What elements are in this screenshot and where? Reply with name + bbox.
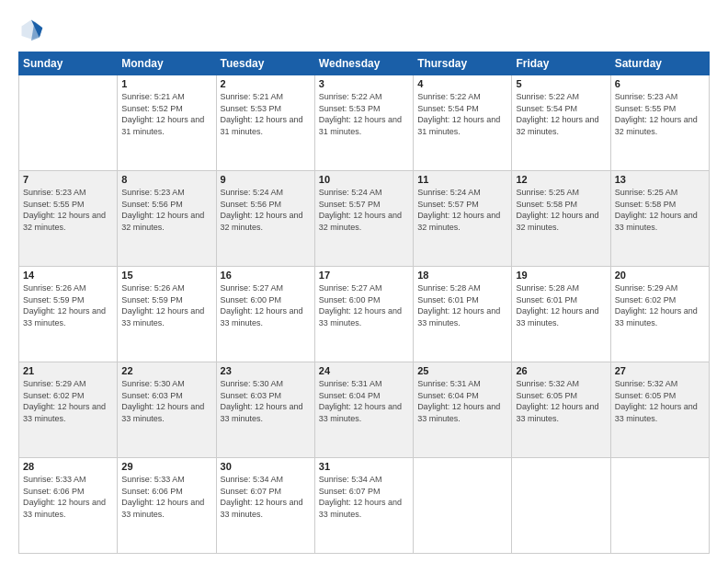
calendar-cell: 10Sunrise: 5:24 AMSunset: 5:57 PMDayligh… bbox=[314, 171, 413, 267]
day-info: Sunrise: 5:31 AMSunset: 6:04 PMDaylight:… bbox=[319, 378, 409, 424]
day-number: 22 bbox=[121, 365, 211, 376]
day-info: Sunrise: 5:23 AMSunset: 5:56 PMDaylight:… bbox=[121, 187, 211, 233]
day-number: 27 bbox=[615, 365, 705, 376]
day-info: Sunrise: 5:24 AMSunset: 5:56 PMDaylight:… bbox=[221, 187, 311, 233]
day-number: 17 bbox=[319, 270, 409, 281]
calendar-cell: 23Sunrise: 5:30 AMSunset: 6:03 PMDayligh… bbox=[216, 362, 314, 458]
day-info: Sunrise: 5:26 AMSunset: 5:59 PMDaylight:… bbox=[23, 282, 113, 328]
day-number: 26 bbox=[516, 365, 606, 376]
calendar-cell: 22Sunrise: 5:30 AMSunset: 6:03 PMDayligh… bbox=[118, 362, 216, 458]
day-number: 30 bbox=[221, 461, 311, 472]
calendar-cell: 8Sunrise: 5:23 AMSunset: 5:56 PMDaylight… bbox=[118, 171, 216, 267]
day-number: 15 bbox=[121, 270, 211, 281]
day-info: Sunrise: 5:31 AMSunset: 6:04 PMDaylight:… bbox=[417, 378, 507, 424]
calendar-cell: 2Sunrise: 5:21 AMSunset: 5:53 PMDaylight… bbox=[216, 75, 314, 171]
calendar-header-friday: Friday bbox=[512, 52, 610, 75]
calendar-header-monday: Monday bbox=[118, 52, 216, 75]
calendar-cell: 30Sunrise: 5:34 AMSunset: 6:07 PMDayligh… bbox=[216, 458, 314, 554]
day-number: 19 bbox=[516, 270, 606, 281]
calendar-cell: 31Sunrise: 5:34 AMSunset: 6:07 PMDayligh… bbox=[314, 458, 413, 554]
day-info: Sunrise: 5:25 AMSunset: 5:58 PMDaylight:… bbox=[516, 187, 606, 233]
day-number: 18 bbox=[417, 270, 507, 281]
calendar-cell: 25Sunrise: 5:31 AMSunset: 6:04 PMDayligh… bbox=[414, 362, 512, 458]
calendar-week-2: 14Sunrise: 5:26 AMSunset: 5:59 PMDayligh… bbox=[19, 267, 710, 362]
day-info: Sunrise: 5:29 AMSunset: 6:02 PMDaylight:… bbox=[615, 282, 705, 328]
calendar-cell bbox=[414, 458, 512, 554]
day-number: 13 bbox=[615, 174, 705, 185]
day-info: Sunrise: 5:32 AMSunset: 6:05 PMDaylight:… bbox=[615, 378, 705, 424]
day-info: Sunrise: 5:34 AMSunset: 6:07 PMDaylight:… bbox=[319, 474, 409, 520]
day-info: Sunrise: 5:22 AMSunset: 5:54 PMDaylight:… bbox=[516, 91, 606, 137]
calendar-cell: 16Sunrise: 5:27 AMSunset: 6:00 PMDayligh… bbox=[216, 267, 314, 362]
logo bbox=[18, 17, 48, 42]
day-number: 29 bbox=[121, 461, 211, 472]
day-number: 28 bbox=[23, 461, 113, 472]
calendar-cell: 17Sunrise: 5:27 AMSunset: 6:00 PMDayligh… bbox=[314, 267, 413, 362]
calendar-week-4: 28Sunrise: 5:33 AMSunset: 6:06 PMDayligh… bbox=[19, 458, 710, 554]
day-info: Sunrise: 5:27 AMSunset: 6:00 PMDaylight:… bbox=[221, 282, 311, 328]
day-number: 1 bbox=[121, 78, 211, 89]
calendar-week-0: 1Sunrise: 5:21 AMSunset: 5:52 PMDaylight… bbox=[19, 75, 710, 171]
day-number: 3 bbox=[319, 78, 409, 89]
day-info: Sunrise: 5:23 AMSunset: 5:55 PMDaylight:… bbox=[23, 187, 113, 233]
calendar-cell: 12Sunrise: 5:25 AMSunset: 5:58 PMDayligh… bbox=[512, 171, 610, 267]
calendar-cell bbox=[512, 458, 610, 554]
calendar-cell: 27Sunrise: 5:32 AMSunset: 6:05 PMDayligh… bbox=[610, 362, 709, 458]
day-info: Sunrise: 5:28 AMSunset: 6:01 PMDaylight:… bbox=[417, 282, 507, 328]
calendar-cell: 15Sunrise: 5:26 AMSunset: 5:59 PMDayligh… bbox=[118, 267, 216, 362]
day-number: 31 bbox=[319, 461, 409, 472]
calendar-cell: 14Sunrise: 5:26 AMSunset: 5:59 PMDayligh… bbox=[19, 267, 118, 362]
calendar-header-saturday: Saturday bbox=[610, 52, 709, 75]
calendar-cell: 19Sunrise: 5:28 AMSunset: 6:01 PMDayligh… bbox=[512, 267, 610, 362]
calendar-cell: 6Sunrise: 5:23 AMSunset: 5:55 PMDaylight… bbox=[610, 75, 709, 171]
day-info: Sunrise: 5:27 AMSunset: 6:00 PMDaylight:… bbox=[319, 282, 409, 328]
day-info: Sunrise: 5:22 AMSunset: 5:53 PMDaylight:… bbox=[319, 91, 409, 137]
day-number: 10 bbox=[319, 174, 409, 185]
calendar-cell bbox=[610, 458, 709, 554]
calendar-cell bbox=[19, 75, 118, 171]
page: SundayMondayTuesdayWednesdayThursdayFrid… bbox=[0, 0, 728, 563]
calendar-cell: 4Sunrise: 5:22 AMSunset: 5:54 PMDaylight… bbox=[414, 75, 512, 171]
day-number: 8 bbox=[121, 174, 211, 185]
day-info: Sunrise: 5:22 AMSunset: 5:54 PMDaylight:… bbox=[417, 91, 507, 137]
day-info: Sunrise: 5:23 AMSunset: 5:55 PMDaylight:… bbox=[615, 91, 705, 137]
day-number: 12 bbox=[516, 174, 606, 185]
day-info: Sunrise: 5:25 AMSunset: 5:58 PMDaylight:… bbox=[615, 187, 705, 233]
calendar-cell: 20Sunrise: 5:29 AMSunset: 6:02 PMDayligh… bbox=[610, 267, 709, 362]
calendar-cell: 13Sunrise: 5:25 AMSunset: 5:58 PMDayligh… bbox=[610, 171, 709, 267]
day-number: 9 bbox=[221, 174, 311, 185]
day-info: Sunrise: 5:21 AMSunset: 5:52 PMDaylight:… bbox=[121, 91, 211, 137]
day-info: Sunrise: 5:34 AMSunset: 6:07 PMDaylight:… bbox=[221, 474, 311, 520]
day-info: Sunrise: 5:24 AMSunset: 5:57 PMDaylight:… bbox=[319, 187, 409, 233]
day-info: Sunrise: 5:21 AMSunset: 5:53 PMDaylight:… bbox=[221, 91, 311, 137]
calendar-header-tuesday: Tuesday bbox=[216, 52, 314, 75]
day-number: 7 bbox=[23, 174, 113, 185]
day-info: Sunrise: 5:33 AMSunset: 6:06 PMDaylight:… bbox=[23, 474, 113, 520]
calendar-table: SundayMondayTuesdayWednesdayThursdayFrid… bbox=[18, 52, 710, 554]
day-number: 2 bbox=[221, 78, 311, 89]
calendar-week-1: 7Sunrise: 5:23 AMSunset: 5:55 PMDaylight… bbox=[19, 171, 710, 267]
day-info: Sunrise: 5:30 AMSunset: 6:03 PMDaylight:… bbox=[221, 378, 311, 424]
calendar-cell: 3Sunrise: 5:22 AMSunset: 5:53 PMDaylight… bbox=[314, 75, 413, 171]
calendar-cell: 28Sunrise: 5:33 AMSunset: 6:06 PMDayligh… bbox=[19, 458, 118, 554]
day-number: 14 bbox=[23, 270, 113, 281]
calendar-cell: 18Sunrise: 5:28 AMSunset: 6:01 PMDayligh… bbox=[414, 267, 512, 362]
header bbox=[18, 17, 710, 42]
day-number: 25 bbox=[417, 365, 507, 376]
calendar-cell: 9Sunrise: 5:24 AMSunset: 5:56 PMDaylight… bbox=[216, 171, 314, 267]
day-number: 24 bbox=[319, 365, 409, 376]
day-info: Sunrise: 5:29 AMSunset: 6:02 PMDaylight:… bbox=[23, 378, 113, 424]
calendar-cell: 26Sunrise: 5:32 AMSunset: 6:05 PMDayligh… bbox=[512, 362, 610, 458]
day-number: 6 bbox=[615, 78, 705, 89]
calendar-header-wednesday: Wednesday bbox=[314, 52, 413, 75]
day-info: Sunrise: 5:33 AMSunset: 6:06 PMDaylight:… bbox=[121, 474, 211, 520]
logo-icon bbox=[18, 17, 44, 42]
day-number: 20 bbox=[615, 270, 705, 281]
day-number: 4 bbox=[417, 78, 507, 89]
calendar-header-thursday: Thursday bbox=[414, 52, 512, 75]
day-info: Sunrise: 5:32 AMSunset: 6:05 PMDaylight:… bbox=[516, 378, 606, 424]
day-number: 23 bbox=[221, 365, 311, 376]
day-info: Sunrise: 5:24 AMSunset: 5:57 PMDaylight:… bbox=[417, 187, 507, 233]
calendar-cell: 1Sunrise: 5:21 AMSunset: 5:52 PMDaylight… bbox=[118, 75, 216, 171]
calendar-cell: 21Sunrise: 5:29 AMSunset: 6:02 PMDayligh… bbox=[19, 362, 118, 458]
